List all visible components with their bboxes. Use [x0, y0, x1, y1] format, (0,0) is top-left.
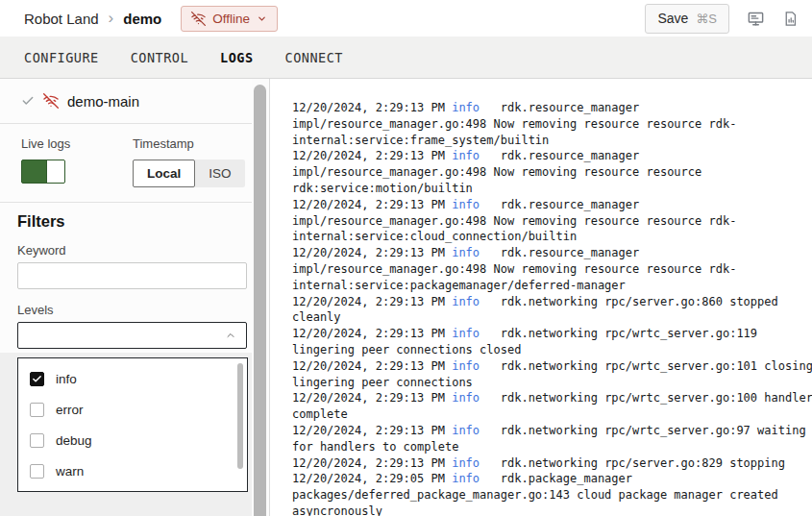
log-logger: rdk.networking [480, 456, 604, 470]
keyword-input[interactable] [17, 262, 247, 289]
log-entry: 12/20/2024, 2:29:13 PM info rdk.networki… [292, 390, 812, 423]
level-option-error[interactable]: error [18, 394, 247, 425]
log-logger: rdk.networking [480, 327, 604, 340]
level-option-info[interactable]: info [18, 363, 247, 394]
save-button[interactable]: Save ⌘S [645, 4, 729, 34]
log-timestamp: 12/20/2024, 2:29:13 PM [292, 149, 452, 162]
wifi-off-icon [43, 93, 59, 109]
chevron-right-icon: › [107, 10, 116, 28]
log-entry: 12/20/2024, 2:29:13 PM info rdk.networki… [292, 455, 812, 472]
keyword-label: Keyword [17, 244, 234, 258]
timestamp-iso-button[interactable]: ISO [195, 160, 244, 187]
live-logs-label: Live logs [21, 136, 133, 151]
topbar-actions: Save ⌘S [645, 4, 799, 34]
wifi-off-icon [191, 12, 206, 26]
log-entry: 12/20/2024, 2:29:13 PM info rdk.resource… [292, 100, 812, 148]
log-message: impl/resource_manager.go:498 Now removin… [292, 165, 709, 195]
log-logger: rdk.networking [480, 424, 604, 437]
log-entry: 12/20/2024, 2:29:13 PM info rdk.networki… [292, 294, 812, 327]
log-logger: rdk.resource_manager [480, 198, 646, 211]
offline-status-badge[interactable]: Offline [181, 6, 278, 32]
log-level: info [452, 424, 480, 437]
report-document-icon[interactable] [782, 10, 799, 28]
toggle-knob [46, 160, 64, 183]
log-level: info [452, 295, 480, 308]
level-checkbox[interactable] [30, 372, 44, 386]
log-entry: 12/20/2024, 2:29:13 PM info rdk.resource… [292, 197, 812, 245]
log-logger: rdk.resource_manager [480, 101, 646, 114]
sidebar-scrollbar-thumb[interactable] [254, 85, 266, 516]
tab-control[interactable]: CONTROL [131, 50, 188, 65]
log-logger: rdk.networking [480, 391, 604, 405]
top-bar: Robot Land › demo Offline Save ⌘S [0, 0, 812, 37]
chevron-up-icon [225, 330, 236, 341]
sidebar-scrollbar-track [252, 79, 269, 516]
log-logger: rdk.resource_manager [480, 246, 646, 259]
log-timestamp: 12/20/2024, 2:29:05 PM [292, 472, 452, 485]
log-message: impl/resource_manager.go:498 Now removin… [292, 117, 736, 147]
log-timestamp: 12/20/2024, 2:29:13 PM [292, 391, 452, 405]
timestamp-label: Timestamp [133, 136, 245, 151]
chevron-down-icon [257, 13, 267, 24]
log-level: info [452, 456, 480, 470]
log-message: impl/resource_manager.go:498 Now removin… [292, 262, 736, 292]
part-name: demo-main [67, 93, 139, 110]
timestamp-segmented-control: Local ISO [133, 160, 245, 187]
log-entry: 12/20/2024, 2:29:13 PM info rdk.resource… [292, 148, 812, 196]
level-option-debug[interactable]: debug [18, 425, 247, 455]
log-logger: rdk.package_manager [480, 472, 639, 485]
logs-page: demo-main Live logs Timestamp Local ISO … [0, 79, 812, 516]
monitor-icon[interactable] [747, 10, 765, 28]
filters-title: Filters [17, 211, 234, 231]
level-checkbox[interactable] [30, 403, 44, 417]
log-level: info [452, 327, 480, 340]
filters-section: Filters Keyword Levels [0, 203, 252, 353]
breadcrumb-machine: demo [123, 11, 161, 27]
log-timestamp: 12/20/2024, 2:29:13 PM [292, 424, 452, 437]
level-checkbox[interactable] [30, 464, 44, 479]
save-label: Save [657, 11, 688, 26]
tab-connect[interactable]: CONNECT [285, 50, 343, 65]
breadcrumb-location[interactable]: Robot Land [24, 11, 99, 27]
log-level: info [452, 391, 480, 405]
log-timestamp: 12/20/2024, 2:29:13 PM [292, 295, 452, 308]
levels-label: Levels [17, 304, 234, 317]
log-stream: 12/20/2024, 2:29:13 PM info rdk.resource… [292, 100, 812, 516]
log-level: info [452, 246, 480, 259]
log-message: rpc/server.go:829 stopping [604, 456, 785, 470]
machine-part-row[interactable]: demo-main [0, 79, 252, 124]
breadcrumb: Robot Land › demo [24, 10, 161, 28]
offline-label: Offline [212, 12, 250, 26]
log-controls: Live logs Timestamp Local ISO [0, 124, 252, 203]
log-logger: rdk.resource_manager [480, 149, 646, 162]
log-message: impl/resource_manager.go:498 Now removin… [292, 214, 736, 244]
levels-select[interactable] [17, 322, 247, 349]
level-option-warn[interactable]: warn [18, 455, 247, 486]
log-timestamp: 12/20/2024, 2:29:13 PM [292, 456, 452, 470]
log-timestamp: 12/20/2024, 2:29:13 PM [292, 198, 452, 211]
log-timestamp: 12/20/2024, 2:29:13 PM [292, 101, 452, 114]
log-level: info [452, 359, 480, 373]
log-entry: 12/20/2024, 2:29:13 PM info rdk.resource… [292, 245, 812, 293]
level-label: debug [56, 433, 92, 448]
dropdown-scrollbar[interactable] [237, 363, 243, 469]
timestamp-local-button[interactable]: Local [133, 160, 195, 187]
tab-logs[interactable]: LOGS [220, 50, 254, 65]
logs-sidebar: demo-main Live logs Timestamp Local ISO … [0, 79, 252, 516]
level-label: info [56, 372, 77, 386]
log-level: info [452, 472, 480, 485]
log-level: info [452, 198, 480, 211]
levels-dropdown: info error debug warn [17, 357, 248, 492]
tab-configure[interactable]: CONFIGURE [24, 50, 99, 65]
log-timestamp: 12/20/2024, 2:29:13 PM [292, 359, 452, 373]
log-panel: 12/20/2024, 2:29:13 PM info rdk.resource… [269, 79, 812, 516]
level-label: error [56, 403, 84, 417]
live-logs-toggle[interactable] [21, 160, 65, 184]
log-logger: rdk.networking [480, 359, 604, 373]
check-icon [21, 94, 35, 108]
level-label: warn [56, 464, 84, 479]
log-timestamp: 12/20/2024, 2:29:13 PM [292, 327, 452, 340]
log-level: info [452, 101, 480, 114]
level-checkbox[interactable] [30, 433, 44, 448]
log-entry: 12/20/2024, 2:29:13 PM info rdk.networki… [292, 358, 812, 391]
